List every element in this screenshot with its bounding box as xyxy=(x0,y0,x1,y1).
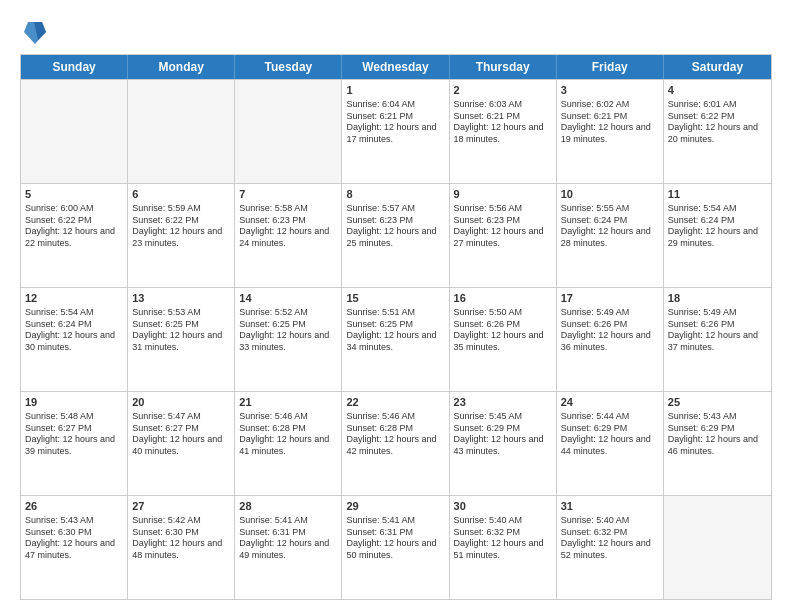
calendar-cell: 5Sunrise: 6:00 AM Sunset: 6:22 PM Daylig… xyxy=(21,184,128,287)
calendar-cell: 17Sunrise: 5:49 AM Sunset: 6:26 PM Dayli… xyxy=(557,288,664,391)
weekday-header: Friday xyxy=(557,55,664,79)
calendar-cell: 26Sunrise: 5:43 AM Sunset: 6:30 PM Dayli… xyxy=(21,496,128,599)
cell-text: Sunrise: 5:43 AM Sunset: 6:30 PM Dayligh… xyxy=(25,515,123,562)
day-number: 29 xyxy=(346,499,444,514)
calendar-body: 1Sunrise: 6:04 AM Sunset: 6:21 PM Daylig… xyxy=(21,79,771,599)
cell-text: Sunrise: 5:58 AM Sunset: 6:23 PM Dayligh… xyxy=(239,203,337,250)
cell-text: Sunrise: 5:45 AM Sunset: 6:29 PM Dayligh… xyxy=(454,411,552,458)
calendar-cell: 24Sunrise: 5:44 AM Sunset: 6:29 PM Dayli… xyxy=(557,392,664,495)
calendar-cell: 27Sunrise: 5:42 AM Sunset: 6:30 PM Dayli… xyxy=(128,496,235,599)
weekday-header: Thursday xyxy=(450,55,557,79)
day-number: 12 xyxy=(25,291,123,306)
calendar-row: 19Sunrise: 5:48 AM Sunset: 6:27 PM Dayli… xyxy=(21,391,771,495)
cell-text: Sunrise: 6:04 AM Sunset: 6:21 PM Dayligh… xyxy=(346,99,444,146)
cell-text: Sunrise: 5:42 AM Sunset: 6:30 PM Dayligh… xyxy=(132,515,230,562)
cell-text: Sunrise: 5:50 AM Sunset: 6:26 PM Dayligh… xyxy=(454,307,552,354)
day-number: 28 xyxy=(239,499,337,514)
calendar-cell: 6Sunrise: 5:59 AM Sunset: 6:22 PM Daylig… xyxy=(128,184,235,287)
calendar-cell: 7Sunrise: 5:58 AM Sunset: 6:23 PM Daylig… xyxy=(235,184,342,287)
calendar-cell: 22Sunrise: 5:46 AM Sunset: 6:28 PM Dayli… xyxy=(342,392,449,495)
day-number: 26 xyxy=(25,499,123,514)
cell-text: Sunrise: 6:01 AM Sunset: 6:22 PM Dayligh… xyxy=(668,99,767,146)
day-number: 1 xyxy=(346,83,444,98)
cell-text: Sunrise: 5:49 AM Sunset: 6:26 PM Dayligh… xyxy=(561,307,659,354)
calendar-cell: 20Sunrise: 5:47 AM Sunset: 6:27 PM Dayli… xyxy=(128,392,235,495)
day-number: 7 xyxy=(239,187,337,202)
calendar-row: 5Sunrise: 6:00 AM Sunset: 6:22 PM Daylig… xyxy=(21,183,771,287)
day-number: 15 xyxy=(346,291,444,306)
calendar-header: SundayMondayTuesdayWednesdayThursdayFrid… xyxy=(21,55,771,79)
cell-text: Sunrise: 5:51 AM Sunset: 6:25 PM Dayligh… xyxy=(346,307,444,354)
day-number: 6 xyxy=(132,187,230,202)
cell-text: Sunrise: 5:59 AM Sunset: 6:22 PM Dayligh… xyxy=(132,203,230,250)
cell-text: Sunrise: 5:54 AM Sunset: 6:24 PM Dayligh… xyxy=(25,307,123,354)
calendar-cell: 9Sunrise: 5:56 AM Sunset: 6:23 PM Daylig… xyxy=(450,184,557,287)
calendar-row: 1Sunrise: 6:04 AM Sunset: 6:21 PM Daylig… xyxy=(21,79,771,183)
day-number: 21 xyxy=(239,395,337,410)
page-header xyxy=(20,18,772,46)
calendar-cell: 4Sunrise: 6:01 AM Sunset: 6:22 PM Daylig… xyxy=(664,80,771,183)
cell-text: Sunrise: 5:41 AM Sunset: 6:31 PM Dayligh… xyxy=(346,515,444,562)
cell-text: Sunrise: 6:02 AM Sunset: 6:21 PM Dayligh… xyxy=(561,99,659,146)
day-number: 5 xyxy=(25,187,123,202)
day-number: 24 xyxy=(561,395,659,410)
day-number: 9 xyxy=(454,187,552,202)
day-number: 18 xyxy=(668,291,767,306)
calendar-cell: 29Sunrise: 5:41 AM Sunset: 6:31 PM Dayli… xyxy=(342,496,449,599)
cell-text: Sunrise: 5:46 AM Sunset: 6:28 PM Dayligh… xyxy=(239,411,337,458)
calendar-cell: 8Sunrise: 5:57 AM Sunset: 6:23 PM Daylig… xyxy=(342,184,449,287)
day-number: 19 xyxy=(25,395,123,410)
day-number: 3 xyxy=(561,83,659,98)
cell-text: Sunrise: 5:41 AM Sunset: 6:31 PM Dayligh… xyxy=(239,515,337,562)
calendar-cell xyxy=(21,80,128,183)
cell-text: Sunrise: 5:53 AM Sunset: 6:25 PM Dayligh… xyxy=(132,307,230,354)
weekday-header: Monday xyxy=(128,55,235,79)
day-number: 17 xyxy=(561,291,659,306)
day-number: 4 xyxy=(668,83,767,98)
day-number: 16 xyxy=(454,291,552,306)
calendar-cell: 18Sunrise: 5:49 AM Sunset: 6:26 PM Dayli… xyxy=(664,288,771,391)
cell-text: Sunrise: 5:44 AM Sunset: 6:29 PM Dayligh… xyxy=(561,411,659,458)
cell-text: Sunrise: 5:55 AM Sunset: 6:24 PM Dayligh… xyxy=(561,203,659,250)
calendar-cell: 1Sunrise: 6:04 AM Sunset: 6:21 PM Daylig… xyxy=(342,80,449,183)
calendar-cell: 2Sunrise: 6:03 AM Sunset: 6:21 PM Daylig… xyxy=(450,80,557,183)
calendar-cell: 11Sunrise: 5:54 AM Sunset: 6:24 PM Dayli… xyxy=(664,184,771,287)
calendar-cell: 13Sunrise: 5:53 AM Sunset: 6:25 PM Dayli… xyxy=(128,288,235,391)
weekday-header: Tuesday xyxy=(235,55,342,79)
logo-icon xyxy=(24,18,46,46)
calendar-cell: 30Sunrise: 5:40 AM Sunset: 6:32 PM Dayli… xyxy=(450,496,557,599)
calendar-cell: 19Sunrise: 5:48 AM Sunset: 6:27 PM Dayli… xyxy=(21,392,128,495)
day-number: 13 xyxy=(132,291,230,306)
cell-text: Sunrise: 5:54 AM Sunset: 6:24 PM Dayligh… xyxy=(668,203,767,250)
day-number: 10 xyxy=(561,187,659,202)
cell-text: Sunrise: 6:00 AM Sunset: 6:22 PM Dayligh… xyxy=(25,203,123,250)
calendar-cell: 3Sunrise: 6:02 AM Sunset: 6:21 PM Daylig… xyxy=(557,80,664,183)
day-number: 23 xyxy=(454,395,552,410)
cell-text: Sunrise: 5:43 AM Sunset: 6:29 PM Dayligh… xyxy=(668,411,767,458)
cell-text: Sunrise: 5:57 AM Sunset: 6:23 PM Dayligh… xyxy=(346,203,444,250)
weekday-header: Wednesday xyxy=(342,55,449,79)
cell-text: Sunrise: 6:03 AM Sunset: 6:21 PM Dayligh… xyxy=(454,99,552,146)
calendar-cell: 12Sunrise: 5:54 AM Sunset: 6:24 PM Dayli… xyxy=(21,288,128,391)
calendar-cell xyxy=(664,496,771,599)
day-number: 14 xyxy=(239,291,337,306)
calendar-row: 12Sunrise: 5:54 AM Sunset: 6:24 PM Dayli… xyxy=(21,287,771,391)
day-number: 20 xyxy=(132,395,230,410)
cell-text: Sunrise: 5:40 AM Sunset: 6:32 PM Dayligh… xyxy=(454,515,552,562)
day-number: 8 xyxy=(346,187,444,202)
calendar-cell: 28Sunrise: 5:41 AM Sunset: 6:31 PM Dayli… xyxy=(235,496,342,599)
cell-text: Sunrise: 5:56 AM Sunset: 6:23 PM Dayligh… xyxy=(454,203,552,250)
calendar-cell: 14Sunrise: 5:52 AM Sunset: 6:25 PM Dayli… xyxy=(235,288,342,391)
cell-text: Sunrise: 5:48 AM Sunset: 6:27 PM Dayligh… xyxy=(25,411,123,458)
calendar-cell: 15Sunrise: 5:51 AM Sunset: 6:25 PM Dayli… xyxy=(342,288,449,391)
calendar-cell: 16Sunrise: 5:50 AM Sunset: 6:26 PM Dayli… xyxy=(450,288,557,391)
calendar-cell: 31Sunrise: 5:40 AM Sunset: 6:32 PM Dayli… xyxy=(557,496,664,599)
day-number: 30 xyxy=(454,499,552,514)
calendar-cell xyxy=(235,80,342,183)
calendar-cell: 10Sunrise: 5:55 AM Sunset: 6:24 PM Dayli… xyxy=(557,184,664,287)
logo xyxy=(20,18,46,46)
cell-text: Sunrise: 5:40 AM Sunset: 6:32 PM Dayligh… xyxy=(561,515,659,562)
day-number: 11 xyxy=(668,187,767,202)
cell-text: Sunrise: 5:52 AM Sunset: 6:25 PM Dayligh… xyxy=(239,307,337,354)
calendar-cell: 23Sunrise: 5:45 AM Sunset: 6:29 PM Dayli… xyxy=(450,392,557,495)
